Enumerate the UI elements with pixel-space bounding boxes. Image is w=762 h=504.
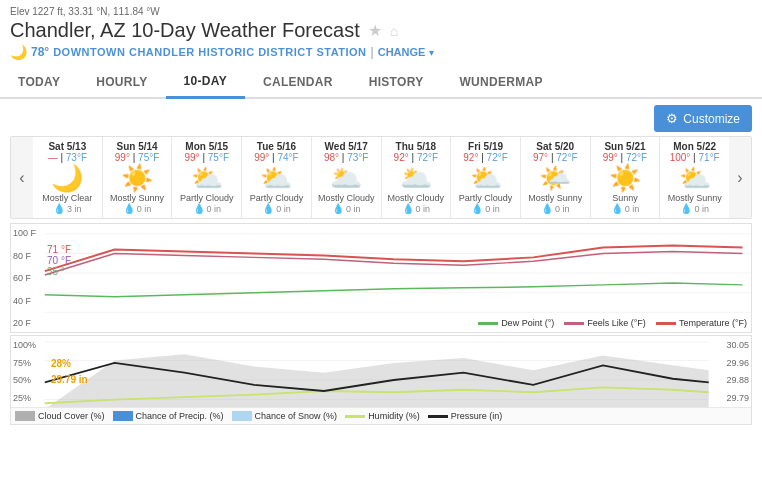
feelslike-line (564, 322, 584, 325)
weather-icon: ⛅ (662, 165, 727, 191)
customize-label: Customize (683, 112, 740, 126)
weather-icon: ☀️ (593, 165, 658, 191)
low-temp: 71°F (698, 152, 719, 163)
legend-cloud-cover: Cloud Cover (%) (15, 411, 105, 421)
temp-annotations: 71 °F 70 °F 35 ° (47, 244, 71, 277)
tab-10day[interactable]: 10-DAY (166, 66, 245, 99)
day-temps: — | 73°F (35, 152, 100, 163)
star-icon[interactable]: ★ (368, 21, 382, 40)
day-precip: 💧 0 in (244, 203, 309, 214)
rain-icon: 💧 (541, 203, 553, 214)
rain-icon: 💧 (53, 203, 65, 214)
tab-history[interactable]: HISTORY (351, 66, 442, 97)
day-precip: 💧 0 in (384, 203, 449, 214)
day-col-1[interactable]: Sun 5/14 99° | 75°F ☀️ Mostly Sunny 💧 0 … (103, 137, 173, 218)
moon-icon: 🌙 (10, 44, 27, 60)
day-label: Sun 5/21 (593, 141, 658, 152)
low-temp: 75°F (208, 152, 229, 163)
prev-arrow[interactable]: ‹ (11, 137, 33, 218)
header: Elev 1227 ft, 33.31 °N, 111.84 °W Chandl… (0, 0, 762, 99)
high-temp: 92° (394, 152, 409, 163)
day-label: Thu 5/18 (384, 141, 449, 152)
day-description: Partly Cloudy (174, 193, 239, 203)
day-col-5[interactable]: Thu 5/18 92° | 72°F 🌥️ Mostly Cloudy 💧 0… (382, 137, 452, 218)
pressure-line-legend (428, 415, 448, 418)
temp-35-annotation: 35 ° (47, 266, 71, 277)
weather-icon: ☀️ (105, 165, 170, 191)
current-temp: 78° (31, 45, 49, 59)
tab-today[interactable]: TODAY (0, 66, 78, 97)
day-temps: 99° | 75°F (105, 152, 170, 163)
day-description: Sunny (593, 193, 658, 203)
high-temp: 99° (184, 152, 199, 163)
day-col-0[interactable]: Sat 5/13 — | 73°F 🌙 Mostly Clear 💧 3 in (33, 137, 103, 218)
day-description: Mostly Sunny (662, 193, 727, 203)
day-label: Mon 5/15 (174, 141, 239, 152)
temperature-line (656, 322, 676, 325)
station-name: DOWNTOWN CHANDLER HISTORIC DISTRICT STAT… (53, 46, 366, 58)
legend-dewpoint: Dew Point (°) (478, 318, 554, 328)
customize-button[interactable]: ⚙ Customize (654, 105, 752, 132)
legend-precip-chance: Chance of Precip. (%) (113, 411, 224, 421)
next-arrow[interactable]: › (729, 137, 751, 218)
day-precip: 💧 0 in (662, 203, 727, 214)
weather-icon: ⛅ (453, 165, 518, 191)
temp-71-annotation: 71 °F (47, 244, 71, 255)
precip-amount: 0 in (694, 204, 709, 214)
day-col-6[interactable]: Fri 5/19 92° | 72°F ⛅ Partly Cloudy 💧 0 … (451, 137, 521, 218)
toolbar: ⚙ Customize (10, 99, 752, 136)
day-col-9[interactable]: Mon 5/22 100° | 71°F ⛅ Mostly Sunny 💧 0 … (660, 137, 729, 218)
day-col-2[interactable]: Mon 5/15 99° | 75°F ⛅ Partly Cloudy 💧 0 … (172, 137, 242, 218)
day-col-3[interactable]: Tue 5/16 99° | 74°F ⛅ Partly Cloudy 💧 0 … (242, 137, 312, 218)
day-col-4[interactable]: Wed 5/17 98° | 73°F 🌥️ Mostly Cloudy 💧 0… (312, 137, 382, 218)
precip-amount: 0 in (207, 204, 222, 214)
day-precip: 💧 3 in (35, 203, 100, 214)
high-temp: 99° (115, 152, 130, 163)
charts-area: 100 F 80 F 60 F 40 F 20 F (10, 223, 752, 425)
day-temps: 99° | 74°F (244, 152, 309, 163)
day-temps: 92° | 72°F (453, 152, 518, 163)
rain-icon: 💧 (123, 203, 135, 214)
day-col-8[interactable]: Sun 5/21 99° | 72°F ☀️ Sunny 💧 0 in (591, 137, 661, 218)
forecast-strip: ‹ Sat 5/13 — | 73°F 🌙 Mostly Clear 💧 3 i… (10, 136, 752, 219)
day-temps: 92° | 72°F (384, 152, 449, 163)
chevron-down-icon: ▾ (429, 47, 434, 58)
day-description: Mostly Clear (35, 193, 100, 203)
precip-amount: 0 in (137, 204, 152, 214)
day-precip: 💧 0 in (174, 203, 239, 214)
rain-icon: 💧 (402, 203, 414, 214)
tab-wundermap[interactable]: WUNDERMAP (441, 66, 560, 97)
day-description: Mostly Sunny (523, 193, 588, 203)
day-col-7[interactable]: Sat 5/20 97° | 72°F 🌤️ Mostly Sunny 💧 0 … (521, 137, 591, 218)
gear-icon: ⚙ (666, 111, 678, 126)
low-temp: 72°F (487, 152, 508, 163)
high-temp: 97° (533, 152, 548, 163)
dewpoint-line (478, 322, 498, 325)
day-label: Sat 5/13 (35, 141, 100, 152)
day-label: Tue 5/16 (244, 141, 309, 152)
day-temps: 97° | 72°F (523, 152, 588, 163)
low-temp: 74°F (277, 152, 298, 163)
high-temp: 99° (603, 152, 618, 163)
high-temp: 92° (463, 152, 478, 163)
low-temp: 72°F (556, 152, 577, 163)
rain-icon: 💧 (262, 203, 274, 214)
rain-icon: 💧 (193, 203, 205, 214)
precip-amount: 0 in (276, 204, 291, 214)
temperature-chart: 100 F 80 F 60 F 40 F 20 F (10, 223, 752, 333)
change-link[interactable]: CHANGE (378, 46, 426, 58)
humidity-line-legend (345, 415, 365, 418)
legend-pressure: Pressure (in) (428, 411, 503, 421)
tab-hourly[interactable]: HOURLY (78, 66, 165, 97)
precip-amount: 0 in (625, 204, 640, 214)
rain-icon: 💧 (471, 203, 483, 214)
temp-legend: Dew Point (°) Feels Like (°F) Temperatur… (478, 318, 747, 328)
precip-amount: 3 in (67, 204, 82, 214)
day-precip: 💧 0 in (523, 203, 588, 214)
home-icon[interactable]: ⌂ (390, 23, 398, 39)
page-title: Chandler, AZ 10-Day Weather Forecast (10, 19, 360, 42)
weather-icon: ⛅ (244, 165, 309, 191)
tab-calendar[interactable]: CALENDAR (245, 66, 351, 97)
day-label: Fri 5/19 (453, 141, 518, 152)
precip-amount: 0 in (346, 204, 361, 214)
